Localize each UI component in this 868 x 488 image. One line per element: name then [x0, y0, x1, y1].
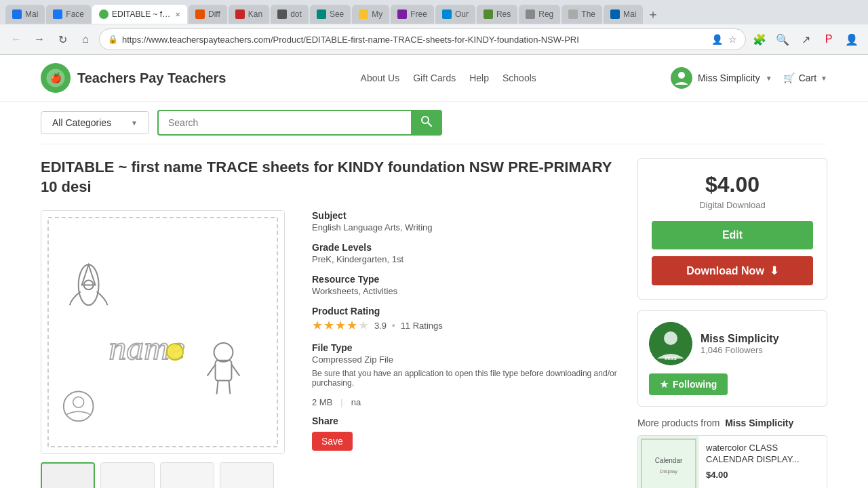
resource-label: Resource Type: [312, 274, 617, 285]
share-browser-button[interactable]: ↗: [796, 30, 815, 49]
cart-label: Cart: [799, 73, 816, 83]
cart-button[interactable]: 🛒 Cart ▼: [783, 73, 827, 83]
search-button[interactable]: [411, 110, 442, 136]
more-products: More products from Miss Simplicity Calen…: [637, 418, 827, 488]
subject-label: Subject: [312, 210, 617, 221]
pinterest-button[interactable]: P: [819, 30, 838, 49]
seller-profile: Miss Miss Simplicity 1,046 Followers: [649, 322, 816, 365]
tab-res[interactable]: Res: [477, 5, 517, 24]
zoom-button[interactable]: 🔍: [773, 30, 792, 49]
tab-my[interactable]: My: [352, 5, 389, 24]
thumbnail-3[interactable]: [160, 462, 214, 488]
tab-the[interactable]: The: [561, 5, 602, 24]
tab-favicon-mai1: [12, 9, 22, 19]
following-button[interactable]: ★ Following: [649, 373, 728, 395]
tab-tpt[interactable]: EDITABLE ~ first name... ✕: [92, 5, 187, 24]
file-size: 2 MB: [312, 397, 332, 407]
tab-favicon-kan: [235, 9, 245, 19]
tab-favicon-res: [484, 9, 493, 19]
tab-kan[interactable]: Kan: [229, 5, 269, 24]
svg-point-3: [678, 72, 685, 79]
download-icon: ⬇: [770, 264, 778, 277]
logo-text[interactable]: Teachers Pay Teachers: [77, 70, 226, 86]
subject-value: English Language Arts, Writing: [312, 222, 617, 232]
related-product-title: watercolor CLASS CALENDAR DISPLAY...: [706, 443, 820, 466]
rating-label: Product Rating: [312, 306, 617, 317]
filetype-value: Compressed Zip File: [312, 354, 617, 365]
new-tab-button[interactable]: ＋: [647, 6, 659, 22]
related-product-card[interactable]: Calendar Display watercolor CLASS CALEND…: [637, 435, 827, 488]
seller-name[interactable]: Miss Simplicity: [701, 333, 779, 345]
nav-help[interactable]: Help: [469, 73, 489, 83]
tab-label-our: Our: [455, 9, 469, 19]
tab-dot[interactable]: dot: [271, 5, 309, 24]
tab-label-tpt: EDITABLE ~ first name...: [112, 9, 172, 19]
site-header: 🍎 Teachers Pay Teachers About Us Gift Ca…: [0, 55, 868, 102]
thumbnail-1[interactable]: [41, 462, 95, 488]
address-url: https://www.teacherspayteachers.com/Prod…: [122, 35, 707, 45]
cart-icon: 🛒: [783, 73, 795, 83]
related-product-info: watercolor CLASS CALENDAR DISPLAY... $4.…: [699, 436, 827, 488]
price-amount: $4.00: [652, 172, 813, 197]
category-dropdown[interactable]: All Categories ▼: [41, 111, 149, 134]
nav-schools[interactable]: Schools: [502, 73, 536, 83]
following-star-icon: ★: [660, 379, 669, 390]
tab-label-kan: Kan: [248, 9, 262, 19]
nav-about-us[interactable]: About Us: [361, 73, 400, 83]
tab-diff[interactable]: Diff: [189, 5, 227, 24]
svg-text:Calendar: Calendar: [655, 457, 683, 464]
product-image-main[interactable]: name: [41, 210, 285, 454]
tab-favicon-dot: [277, 9, 287, 19]
download-label: Download Now: [686, 265, 764, 277]
tab-close-tpt[interactable]: ✕: [175, 11, 180, 18]
user-menu[interactable]: Miss Simplicity ▼: [671, 67, 772, 89]
rating-dot: •: [392, 321, 395, 331]
product-details: Subject English Language Arts, Writing G…: [298, 210, 617, 488]
tab-label-see: See: [330, 9, 344, 19]
product-thumbnails: [41, 462, 285, 488]
forward-button[interactable]: →: [30, 30, 49, 49]
category-label: All Categories: [52, 117, 111, 128]
product-left: EDITABLE ~ first name TRACE sheets for K…: [41, 158, 617, 488]
search-input[interactable]: [157, 110, 411, 136]
nav-gift-cards[interactable]: Gift Cards: [413, 73, 456, 83]
star-4: ★: [347, 318, 357, 333]
download-button[interactable]: Download Now ⬇: [652, 256, 813, 285]
filetype-label: File Type: [312, 342, 617, 353]
profile-button[interactable]: 👤: [842, 30, 861, 49]
tab-label-my: My: [372, 9, 382, 19]
bookmark-star-icon[interactable]: ☆: [728, 34, 737, 45]
search-area: All Categories ▼: [0, 102, 868, 144]
address-bar[interactable]: 🔒 https://www.teacherspayteachers.com/Pr…: [99, 28, 746, 50]
tab-mai1[interactable]: Mai: [5, 5, 45, 24]
thumbnail-2[interactable]: [100, 462, 155, 488]
tab-reg[interactable]: Reg: [519, 5, 560, 24]
seller-avatar[interactable]: Miss: [649, 322, 692, 365]
file-info: 2 MB | na: [312, 397, 617, 407]
lock-icon: 🔒: [108, 35, 118, 44]
tab-facebook[interactable]: Face: [46, 5, 91, 24]
search-icon: [420, 115, 433, 127]
reload-button[interactable]: ↻: [53, 30, 72, 49]
edit-button[interactable]: Edit: [652, 221, 813, 249]
back-button[interactable]: ←: [7, 30, 26, 49]
tab-our[interactable]: Our: [435, 5, 475, 24]
tab-favicon-free: [397, 9, 407, 19]
save-button[interactable]: Save: [312, 432, 353, 451]
tab-favicon-tpt: [99, 9, 108, 19]
related-product-img: Calendar Display: [638, 436, 699, 488]
tab-see[interactable]: See: [310, 5, 351, 24]
more-products-title: More products from Miss Simplicity: [637, 418, 827, 428]
tab-free[interactable]: Free: [391, 5, 434, 24]
thumbnail-4[interactable]: [220, 462, 274, 488]
extensions-button[interactable]: 🧩: [750, 30, 769, 49]
product-right: $4.00 Digital Download Edit Download Now…: [637, 158, 827, 488]
price-type: Digital Download: [652, 200, 813, 210]
tab-label-facebook: Face: [66, 9, 84, 19]
home-button[interactable]: ⌂: [76, 30, 95, 49]
grade-value: PreK, Kindergarten, 1st: [312, 254, 617, 264]
tab-label-mai2: Mai: [623, 9, 636, 19]
rating-value: 3.9: [374, 321, 387, 331]
tab-mai2[interactable]: Mai: [604, 5, 643, 24]
seller-info: Miss Simplicity 1,046 Followers: [701, 333, 779, 355]
